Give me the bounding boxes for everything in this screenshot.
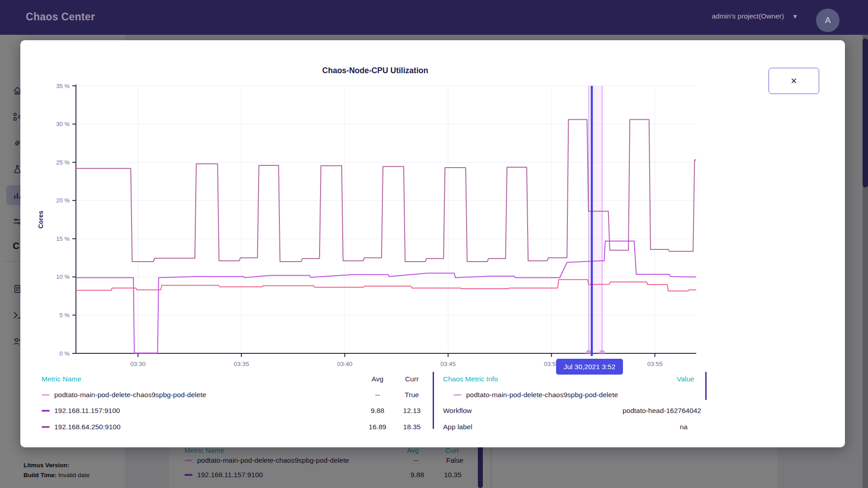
legend-divider — [705, 372, 707, 400]
chart-modal: Chaos-Node-CPU Utilization × 0 %5 %10 %1… — [20, 40, 845, 447]
svg-text:30 %: 30 % — [56, 121, 70, 127]
legend-col-metric-name: Metric Name — [42, 375, 81, 383]
app-title: Chaos Center — [26, 11, 95, 23]
legend-col-avg: Avg — [362, 375, 393, 383]
svg-text:03:55: 03:55 — [647, 361, 663, 367]
cpu-utilization-chart[interactable]: 0 %5 %10 %15 %20 %25 %30 %35 %03:3003:35… — [20, 40, 845, 379]
svg-text:10 %: 10 % — [56, 273, 70, 280]
svg-text:15 %: 15 % — [56, 235, 70, 242]
svg-text:20 %: 20 % — [56, 197, 70, 204]
svg-text:03:30: 03:30 — [130, 361, 146, 367]
legend-row[interactable]: podtato-main-pod-delete-chaos9spbg-pod-d… — [42, 391, 331, 399]
metric-name: 192.168.64.250:9100 — [54, 423, 121, 431]
app-header: Chaos Center admin's project(Owner) ▼ A — [0, 0, 868, 35]
svg-text:Cores: Cores — [37, 211, 44, 229]
legend-row[interactable]: 192.168.64.250:9100 — [42, 423, 331, 431]
svg-text:03:35: 03:35 — [234, 361, 249, 367]
legend-row[interactable]: podtato-main-pod-delete-chaos9spbg-pod-d… — [453, 391, 701, 399]
legend-col-chaos-info: Chaos Metric Info — [443, 375, 498, 383]
project-label: admin's project(Owner) — [712, 12, 784, 20]
metric-avg: 16.89 — [362, 423, 393, 431]
kv-value: na — [443, 423, 688, 431]
legend-col-curr: Curr — [396, 375, 428, 383]
series-swatch — [42, 410, 50, 412]
project-selector[interactable]: admin's project(Owner) ▼ — [712, 12, 798, 20]
svg-text:35 %: 35 % — [56, 83, 70, 89]
metric-curr: 18.35 — [396, 423, 428, 431]
svg-text:5 %: 5 % — [60, 312, 70, 319]
metric-curr: True — [396, 391, 428, 399]
legend-row[interactable]: 192.168.11.157:9100 — [42, 407, 331, 415]
metric-avg: -- — [362, 391, 393, 399]
series-swatch — [453, 394, 462, 396]
metric-avg: 9.88 — [362, 407, 393, 415]
svg-text:03:40: 03:40 — [337, 361, 353, 367]
chevron-down-icon: ▼ — [792, 13, 798, 20]
legend-divider — [433, 372, 434, 429]
avatar[interactable]: A — [816, 9, 840, 32]
series-swatch — [42, 426, 50, 428]
metric-name: 192.168.11.157:9100 — [54, 407, 120, 415]
svg-text:25 %: 25 % — [56, 159, 70, 166]
kv-value: podtato-head-162764042 — [443, 407, 701, 415]
svg-text:0 %: 0 % — [60, 350, 70, 357]
svg-text:03:45: 03:45 — [440, 361, 456, 367]
legend-col-value: Value — [677, 375, 694, 383]
series-swatch — [42, 394, 50, 396]
chaos-metric-name: podtato-main-pod-delete-chaos9spbg-pod-d… — [466, 391, 618, 399]
chart-tooltip: Jul 30,2021 3:52 — [556, 359, 623, 375]
metric-name: podtato-main-pod-delete-chaos9spbg-pod-d… — [54, 391, 206, 399]
metric-curr: 12.13 — [396, 407, 428, 415]
